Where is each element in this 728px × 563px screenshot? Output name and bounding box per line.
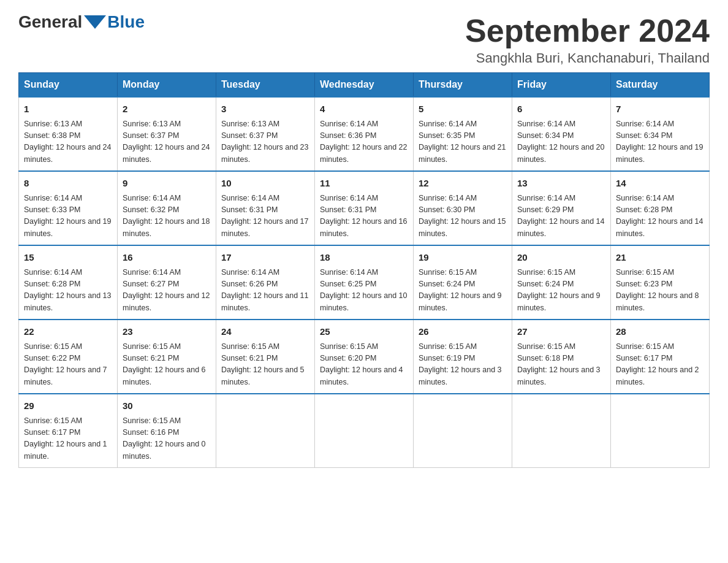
calendar-cell: 22Sunrise: 6:15 AMSunset: 6:22 PMDayligh… xyxy=(19,320,118,394)
calendar-cell: 10Sunrise: 6:14 AMSunset: 6:31 PMDayligh… xyxy=(216,171,315,245)
day-number: 4 xyxy=(320,102,408,117)
day-number: 23 xyxy=(123,325,211,339)
day-number: 12 xyxy=(419,177,507,191)
calendar-cell: 4Sunrise: 6:14 AMSunset: 6:36 PMDaylight… xyxy=(315,97,414,171)
day-info: Sunrise: 6:14 AMSunset: 6:31 PMDaylight:… xyxy=(320,193,408,240)
logo-blue-part: Blue xyxy=(82,12,145,32)
day-number: 13 xyxy=(517,177,605,191)
day-number: 14 xyxy=(616,177,704,191)
calendar-cell: 2Sunrise: 6:13 AMSunset: 6:37 PMDaylight… xyxy=(118,97,216,171)
day-number: 22 xyxy=(24,325,112,339)
day-number: 18 xyxy=(320,251,408,265)
day-number: 9 xyxy=(123,177,211,191)
day-info: Sunrise: 6:14 AMSunset: 6:25 PMDaylight:… xyxy=(320,267,408,315)
calendar-cell xyxy=(216,394,315,468)
calendar-cell xyxy=(611,394,710,468)
day-info: Sunrise: 6:15 AMSunset: 6:21 PMDaylight:… xyxy=(221,341,309,389)
day-info: Sunrise: 6:14 AMSunset: 6:36 PMDaylight:… xyxy=(320,118,408,166)
day-number: 20 xyxy=(517,251,605,265)
day-number: 8 xyxy=(24,177,112,191)
day-number: 15 xyxy=(24,251,112,265)
day-number: 26 xyxy=(419,325,507,339)
logo: General Blue xyxy=(18,12,145,32)
day-number: 5 xyxy=(419,102,507,117)
col-monday: Monday xyxy=(118,73,216,98)
day-number: 7 xyxy=(616,102,704,117)
day-info: Sunrise: 6:14 AMSunset: 6:29 PMDaylight:… xyxy=(517,193,605,240)
day-number: 28 xyxy=(616,325,704,339)
calendar-cell: 25Sunrise: 6:15 AMSunset: 6:20 PMDayligh… xyxy=(315,320,414,394)
month-title: September 2024 xyxy=(465,12,710,49)
day-number: 27 xyxy=(517,325,605,339)
calendar-week-4: 22Sunrise: 6:15 AMSunset: 6:22 PMDayligh… xyxy=(19,320,710,394)
calendar-cell: 29Sunrise: 6:15 AMSunset: 6:17 PMDayligh… xyxy=(19,394,118,468)
calendar-cell: 11Sunrise: 6:14 AMSunset: 6:31 PMDayligh… xyxy=(315,171,414,245)
day-number: 1 xyxy=(24,102,112,117)
logo-general-text: General xyxy=(18,12,82,32)
day-info: Sunrise: 6:15 AMSunset: 6:20 PMDaylight:… xyxy=(320,341,408,389)
calendar-cell: 3Sunrise: 6:13 AMSunset: 6:37 PMDaylight… xyxy=(216,97,315,171)
day-info: Sunrise: 6:15 AMSunset: 6:24 PMDaylight:… xyxy=(517,267,605,315)
col-friday: Friday xyxy=(512,73,611,98)
day-number: 29 xyxy=(24,399,112,413)
day-info: Sunrise: 6:14 AMSunset: 6:35 PMDaylight:… xyxy=(419,118,507,166)
day-info: Sunrise: 6:14 AMSunset: 6:31 PMDaylight:… xyxy=(221,193,309,240)
calendar-cell: 17Sunrise: 6:14 AMSunset: 6:26 PMDayligh… xyxy=(216,245,315,320)
day-number: 10 xyxy=(221,177,309,191)
day-info: Sunrise: 6:14 AMSunset: 6:27 PMDaylight:… xyxy=(123,267,211,315)
calendar-week-1: 1Sunrise: 6:13 AMSunset: 6:38 PMDaylight… xyxy=(19,97,710,171)
calendar-cell: 9Sunrise: 6:14 AMSunset: 6:32 PMDaylight… xyxy=(118,171,216,245)
calendar-cell: 27Sunrise: 6:15 AMSunset: 6:18 PMDayligh… xyxy=(512,320,611,394)
col-saturday: Saturday xyxy=(611,73,710,98)
day-info: Sunrise: 6:14 AMSunset: 6:34 PMDaylight:… xyxy=(517,118,605,166)
day-number: 3 xyxy=(221,102,309,117)
day-info: Sunrise: 6:13 AMSunset: 6:37 PMDaylight:… xyxy=(221,118,309,166)
day-info: Sunrise: 6:14 AMSunset: 6:32 PMDaylight:… xyxy=(123,193,211,240)
day-number: 11 xyxy=(320,177,408,191)
calendar-cell: 1Sunrise: 6:13 AMSunset: 6:38 PMDaylight… xyxy=(19,97,118,171)
day-info: Sunrise: 6:13 AMSunset: 6:37 PMDaylight:… xyxy=(123,118,211,166)
day-info: Sunrise: 6:14 AMSunset: 6:34 PMDaylight:… xyxy=(616,118,704,166)
calendar-week-5: 29Sunrise: 6:15 AMSunset: 6:17 PMDayligh… xyxy=(19,394,710,468)
day-info: Sunrise: 6:15 AMSunset: 6:16 PMDaylight:… xyxy=(123,415,211,463)
day-info: Sunrise: 6:14 AMSunset: 6:28 PMDaylight:… xyxy=(24,267,112,315)
col-wednesday: Wednesday xyxy=(315,73,414,98)
day-info: Sunrise: 6:15 AMSunset: 6:19 PMDaylight:… xyxy=(419,341,507,389)
calendar-cell: 6Sunrise: 6:14 AMSunset: 6:34 PMDaylight… xyxy=(512,97,611,171)
day-info: Sunrise: 6:15 AMSunset: 6:17 PMDaylight:… xyxy=(24,415,112,463)
logo-triangle-icon xyxy=(84,15,106,29)
calendar-cell: 8Sunrise: 6:14 AMSunset: 6:33 PMDaylight… xyxy=(19,171,118,245)
day-number: 16 xyxy=(123,251,211,265)
col-sunday: Sunday xyxy=(19,73,118,98)
day-info: Sunrise: 6:15 AMSunset: 6:17 PMDaylight:… xyxy=(616,341,704,389)
day-info: Sunrise: 6:14 AMSunset: 6:28 PMDaylight:… xyxy=(616,193,704,240)
day-info: Sunrise: 6:14 AMSunset: 6:33 PMDaylight:… xyxy=(24,193,112,240)
page-header: General Blue September 2024 Sangkhla Bur… xyxy=(18,12,710,66)
location-subtitle: Sangkhla Buri, Kanchanaburi, Thailand xyxy=(465,50,710,66)
calendar-cell xyxy=(414,394,512,468)
calendar-cell: 5Sunrise: 6:14 AMSunset: 6:35 PMDaylight… xyxy=(414,97,512,171)
calendar-cell: 28Sunrise: 6:15 AMSunset: 6:17 PMDayligh… xyxy=(611,320,710,394)
calendar-table: Sunday Monday Tuesday Wednesday Thursday… xyxy=(18,72,710,468)
day-info: Sunrise: 6:15 AMSunset: 6:22 PMDaylight:… xyxy=(24,341,112,389)
day-info: Sunrise: 6:15 AMSunset: 6:21 PMDaylight:… xyxy=(123,341,211,389)
day-info: Sunrise: 6:15 AMSunset: 6:18 PMDaylight:… xyxy=(517,341,605,389)
calendar-cell: 30Sunrise: 6:15 AMSunset: 6:16 PMDayligh… xyxy=(118,394,216,468)
calendar-cell: 21Sunrise: 6:15 AMSunset: 6:23 PMDayligh… xyxy=(611,245,710,320)
calendar-cell: 14Sunrise: 6:14 AMSunset: 6:28 PMDayligh… xyxy=(611,171,710,245)
day-number: 30 xyxy=(123,399,211,413)
calendar-cell: 16Sunrise: 6:14 AMSunset: 6:27 PMDayligh… xyxy=(118,245,216,320)
calendar-cell: 19Sunrise: 6:15 AMSunset: 6:24 PMDayligh… xyxy=(414,245,512,320)
calendar-cell: 15Sunrise: 6:14 AMSunset: 6:28 PMDayligh… xyxy=(19,245,118,320)
day-info: Sunrise: 6:14 AMSunset: 6:26 PMDaylight:… xyxy=(221,267,309,315)
calendar-cell xyxy=(315,394,414,468)
calendar-cell: 13Sunrise: 6:14 AMSunset: 6:29 PMDayligh… xyxy=(512,171,611,245)
calendar-cell xyxy=(512,394,611,468)
day-info: Sunrise: 6:13 AMSunset: 6:38 PMDaylight:… xyxy=(24,118,112,166)
calendar-cell: 18Sunrise: 6:14 AMSunset: 6:25 PMDayligh… xyxy=(315,245,414,320)
day-number: 24 xyxy=(221,325,309,339)
col-thursday: Thursday xyxy=(414,73,512,98)
calendar-week-2: 8Sunrise: 6:14 AMSunset: 6:33 PMDaylight… xyxy=(19,171,710,245)
calendar-cell: 20Sunrise: 6:15 AMSunset: 6:24 PMDayligh… xyxy=(512,245,611,320)
calendar-cell: 23Sunrise: 6:15 AMSunset: 6:21 PMDayligh… xyxy=(118,320,216,394)
